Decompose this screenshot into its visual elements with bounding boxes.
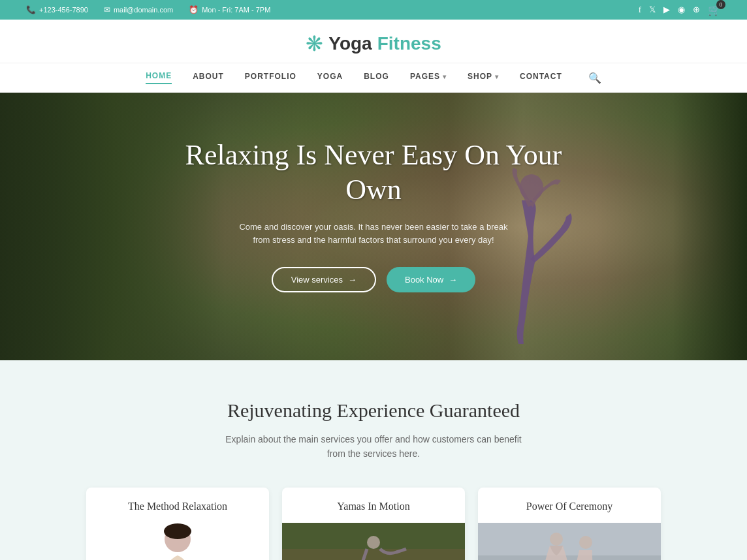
nav-home[interactable]: HOME [146, 71, 172, 84]
hours-item: ⏰ Mon - Fri: 7AM - 7PM [189, 5, 270, 14]
hero-section: Relaxing Is Never Easy On Your Own Come … [0, 93, 747, 360]
cart-badge: 0 [716, 0, 725, 9]
experience-title: Rejuvenating Experience Guaranteed [26, 399, 721, 422]
twitter-icon[interactable]: 𝕏 [649, 5, 656, 15]
svg-point-2 [164, 523, 191, 539]
nav-blog[interactable]: BLOG [364, 72, 389, 84]
phone-item: 📞 +123-456-7890 [26, 5, 88, 14]
card-3-title: Power Of Ceremony [478, 488, 661, 523]
top-bar-left: 📞 +123-456-7890 ✉ mail@domain.com ⏰ Mon … [26, 5, 270, 14]
card-1-image [86, 523, 269, 560]
svg-point-5 [367, 536, 380, 549]
svg-point-8 [550, 533, 563, 546]
card-ceremony: Power Of Ceremony [478, 488, 661, 560]
card-2-image [282, 523, 465, 560]
view-services-button[interactable]: View services → [272, 267, 376, 292]
arrow-icon: → [348, 275, 357, 285]
shop-dropdown-arrow: ▾ [495, 73, 499, 80]
pinterest-icon[interactable]: ⊕ [693, 5, 700, 15]
nav-contact[interactable]: CONTACT [520, 72, 562, 84]
pages-dropdown-arrow: ▾ [443, 73, 447, 80]
phone-icon: 📞 [26, 5, 36, 14]
phone-number: +123-456-7890 [39, 6, 88, 14]
cards-row: The Method Relaxation Yamas In Motion [26, 488, 721, 560]
hero-content: Relaxing Is Never Easy On Your Own Come … [178, 138, 569, 292]
email-icon: ✉ [104, 5, 110, 14]
logo-icon: ❋ [306, 31, 323, 56]
card-relaxation: The Method Relaxation [86, 488, 269, 560]
card-1-title: The Method Relaxation [86, 488, 269, 523]
nav-about[interactable]: ABOUT [193, 72, 224, 84]
svg-point-9 [579, 536, 592, 549]
cart-button[interactable]: 🛒 0 [708, 4, 721, 16]
card-3-image [478, 523, 661, 560]
hero-subtitle: Come and discover your oasis. It has nev… [230, 221, 517, 248]
card-yamas: Yamas In Motion [282, 488, 465, 560]
experience-section: Rejuvenating Experience Guaranteed Expla… [0, 360, 747, 560]
logo-yoga: Yoga [328, 33, 372, 54]
svg-rect-6 [478, 523, 661, 560]
hours-text: Mon - Fri: 7AM - 7PM [202, 6, 270, 14]
nav-yoga[interactable]: YOGA [317, 72, 343, 84]
svg-rect-4 [282, 549, 465, 560]
book-now-button[interactable]: Book Now → [387, 267, 475, 292]
arrow-icon-2: → [449, 275, 457, 285]
email-item: ✉ mail@domain.com [104, 5, 173, 14]
youtube-icon[interactable]: ▶ [663, 5, 670, 15]
card-2-title: Yamas In Motion [282, 488, 465, 523]
top-bar-right: f 𝕏 ▶ ◉ ⊕ 🛒 0 [639, 4, 721, 16]
top-bar: 📞 +123-456-7890 ✉ mail@domain.com ⏰ Mon … [0, 0, 747, 20]
hero-buttons: View services → Book Now → [178, 267, 569, 292]
header: ❋ Yoga Fitness [0, 20, 747, 63]
instagram-icon[interactable]: ◉ [678, 5, 685, 15]
search-icon[interactable]: 🔍 [588, 72, 601, 84]
email-address: mail@domain.com [114, 6, 173, 14]
clock-icon: ⏰ [189, 5, 199, 14]
svg-rect-7 [478, 555, 661, 560]
logo[interactable]: ❋ Yoga Fitness [306, 31, 441, 56]
experience-subtitle: Explain about the main services you offe… [217, 432, 530, 461]
hero-title: Relaxing Is Never Easy On Your Own [178, 138, 569, 208]
facebook-icon[interactable]: f [639, 5, 641, 15]
nav-portfolio[interactable]: PORTFOLIO [245, 72, 296, 84]
logo-fitness: Fitness [377, 33, 441, 54]
nav-pages[interactable]: PAGES ▾ [410, 72, 447, 84]
main-nav: HOME ABOUT PORTFOLIO YOGA BLOG PAGES ▾ S… [0, 63, 747, 93]
nav-shop[interactable]: SHOP ▾ [468, 72, 499, 84]
